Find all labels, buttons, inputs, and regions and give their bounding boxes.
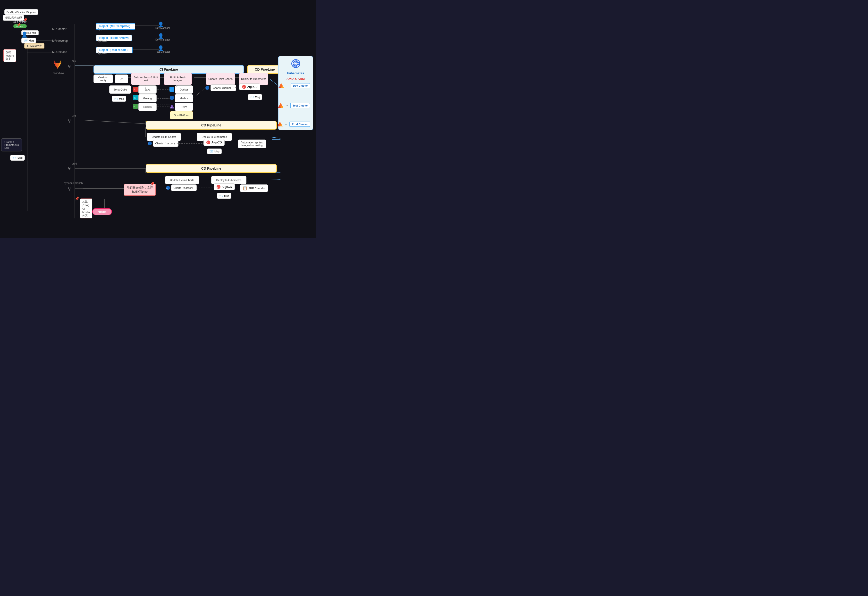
deploy-k8s-step: Deploy to kubernetes [239, 73, 268, 85]
automation-label: Automation api testintegration testing [241, 141, 263, 147]
nodejs-box: Nodejs [138, 103, 157, 111]
version-verify-step: Versioon verify [93, 75, 113, 83]
charts-harbor-dev-box: Charts（harbor） [210, 84, 236, 91]
dev-cluster-box: Dev Cluster [291, 83, 310, 89]
argocd-dev-msg-box: 📨 Msg [248, 94, 262, 100]
test-update-helm: Update Helm Charts [147, 133, 181, 141]
cd-pipeline-box-dev: CD PipeLine [247, 65, 282, 74]
dynamic-pin-icon: 📌 [150, 182, 154, 186]
argocd-test-box: A ArgoCD [204, 139, 225, 146]
dev-manager-icon-2: 👤 [158, 33, 164, 39]
svg-text:J: J [134, 89, 135, 91]
ops-platform-box: Ops Platform [170, 111, 193, 119]
kubernetes-panel: kubernetes AMD & ARM → Dev Cluster [278, 56, 313, 130]
approve-master-text: Approve [98, 28, 108, 31]
golang-box: Golang [138, 94, 157, 102]
tapd-logo: DevOps Pipeline Diagram [4, 9, 38, 15]
docker-icon: 🐳 [170, 87, 174, 93]
svg-text:Go: Go [133, 97, 136, 99]
prod-deploy-k8s: Deploy to kubernetes [211, 176, 247, 184]
feature-pin-icon: 📌 [16, 23, 21, 27]
dynamic-label: dynamic branch [64, 181, 83, 184]
monitoring-msg-icon: 📨 [12, 156, 16, 160]
svg-line-89 [193, 88, 205, 98]
dev-cluster-arrow: → [286, 84, 289, 88]
build-artifacts-step: Build Artifacts & Unit test [131, 73, 160, 85]
workflow-label: workflow [53, 72, 64, 75]
from-tag-pin-icon: 📌 [75, 196, 79, 201]
sonarqube-msg-box: 📨 Msg [112, 96, 126, 102]
update-helm-step: Update Helm Charts [206, 73, 235, 85]
golang-icon: Go [133, 95, 138, 101]
k8s-title: kubernetes [287, 71, 304, 75]
prod-cluster-item: → Prod Cluster [281, 121, 310, 127]
sre-checklist-icon: 📋 [243, 186, 247, 190]
diagram-container: DevOps Pipeline Diagram 项目/需求管理 📌 版本号申请 … [0, 0, 316, 238]
charts-harbor-test-box: Charts（harbor） [153, 140, 179, 147]
java-icon: J [133, 87, 138, 93]
test-label: test [72, 115, 76, 118]
harbor-icon: H [170, 95, 174, 101]
person-icon: 👤 [21, 31, 28, 38]
qa-step: QA [115, 75, 128, 83]
prod-label: prod [72, 162, 77, 165]
dynamic-branch-box: 📌 动态分支规则，支撑hotfix和pmo [124, 184, 156, 196]
prod-cd-pipeline-box: CD PipeLine [146, 164, 277, 173]
mr-master-label: MR Master [52, 27, 67, 31]
trivy-box: Trivy [175, 103, 193, 111]
dev-manager-label-1: Dev Manager [155, 27, 170, 30]
svg-text:N: N [133, 106, 135, 108]
prod-cluster-box: Prod Cluster [290, 122, 310, 127]
svg-text:H: H [166, 187, 167, 189]
harbor-box: Harbor [175, 94, 193, 102]
test-cd-pipeline-box: CD PipeLine [146, 121, 277, 130]
build-push-step: Build & Push Images [164, 73, 192, 85]
charts-harbor-dev: H Charts（harbor） [205, 84, 236, 91]
sonarqube-msg-icon: 📨 [114, 97, 118, 101]
git-branch-icon-dynamic: ⑂ [68, 186, 71, 192]
svg-text:H: H [148, 143, 149, 145]
svg-text:A: A [207, 142, 208, 144]
mr-release-label: MR release [52, 50, 67, 54]
automation-box: Automation api testintegration testing [238, 140, 266, 148]
dev-cluster-item: → Dev Cluster [281, 83, 310, 89]
monitoring-box: Grafana Prometheus Loki [1, 138, 22, 151]
approve-develop-text: Approve [98, 40, 108, 43]
approve-release-text: Approve [98, 52, 108, 55]
svg-line-19 [83, 120, 146, 124]
k8s-icon [291, 59, 300, 69]
argocd-dev-box: A ArgoCD [239, 84, 260, 90]
create-feature-label: 创建feature分支 [3, 49, 16, 62]
prod-cluster-arrow: → [285, 122, 288, 126]
svg-line-97 [269, 180, 281, 180]
test-cluster-box: Test Cluster [290, 103, 310, 108]
test-msg-icon: 📨 [209, 149, 213, 153]
svg-text:H: H [206, 87, 207, 89]
dynamic-branch-label: 动态分支规则，支撑hotfix和pmo [127, 186, 153, 193]
prod-msg-box: 📨 Msg [217, 193, 231, 199]
dev-label: dev [72, 59, 76, 62]
test-msg-box: 📨 Msg [207, 149, 222, 154]
git-branch-icon-dev: ⑂ [68, 64, 71, 69]
java-box: Java [138, 86, 157, 94]
msg-icon-left: 📨 [24, 38, 28, 43]
sonarqube-box: SonarQube [109, 86, 131, 94]
svg-text:A: A [243, 86, 244, 89]
svg-marker-35 [54, 60, 56, 63]
charts-harbor-prod-box: Charts（harbor） [171, 184, 197, 191]
test-manager-label: Test Manager [155, 50, 170, 53]
prod-update-helm: Update Helm Charts [165, 176, 199, 184]
sre-platform-box: SRE发版平台 [24, 43, 44, 49]
argocd-dev-msg-icon: 📨 [250, 95, 254, 99]
prod-msg-icon: 📨 [219, 194, 223, 198]
nodejs-icon: N [133, 104, 138, 110]
dev-manager-icon-1: 👤 [158, 21, 164, 27]
test-cluster-arrow: → [285, 103, 289, 108]
svg-text:A: A [217, 186, 219, 188]
charts-harbor-prod: H Charts（harbor） [166, 184, 197, 191]
svg-line-96 [269, 137, 281, 138]
svg-text:T: T [171, 106, 172, 108]
argocd-prod-box: A ArgoCD [214, 183, 235, 190]
monitoring-msg-box: 📨 Msg [10, 155, 25, 161]
k8s-arch: AMD & ARM [287, 77, 305, 81]
